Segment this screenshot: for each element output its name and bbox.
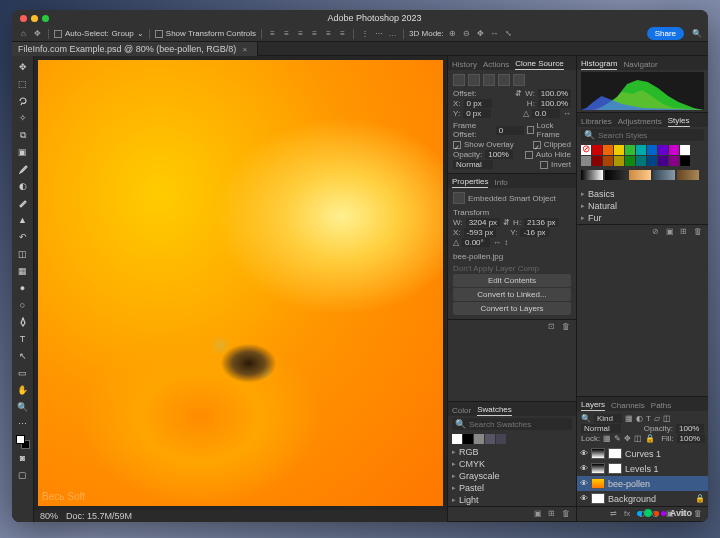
swatch-folder-light[interactable]: Light bbox=[448, 494, 576, 506]
eraser-tool-icon[interactable]: ◫ bbox=[15, 246, 31, 262]
lock-transparent-icon[interactable]: ▦ bbox=[603, 434, 611, 443]
clone-src-3-icon[interactable] bbox=[483, 74, 495, 86]
frame-tool-icon[interactable]: ▣ bbox=[15, 144, 31, 160]
visibility-icon[interactable]: 👁 bbox=[580, 479, 588, 488]
style[interactable] bbox=[680, 145, 690, 155]
prop-h-value[interactable]: 2136 px bbox=[524, 218, 558, 227]
tab-layers[interactable]: Layers bbox=[581, 400, 605, 411]
canvas[interactable]: Весь Soft bbox=[38, 60, 443, 506]
type-tool-icon[interactable]: T bbox=[15, 331, 31, 347]
tab-swatches[interactable]: Swatches bbox=[477, 405, 512, 416]
new-style-icon[interactable]: ⊞ bbox=[680, 227, 690, 237]
wand-tool-icon[interactable]: ✧ bbox=[15, 110, 31, 126]
clone-src-5-icon[interactable] bbox=[513, 74, 525, 86]
tab-info[interactable]: Info bbox=[494, 178, 507, 188]
layer-name[interactable]: bee-pollen bbox=[608, 479, 650, 489]
style[interactable] bbox=[614, 145, 624, 155]
style[interactable] bbox=[592, 145, 602, 155]
swatch-folder-pastel[interactable]: Pastel bbox=[448, 482, 576, 494]
swatch-folder-grayscale[interactable]: Grayscale bbox=[448, 470, 576, 482]
align-right-icon[interactable]: ≡ bbox=[295, 28, 306, 39]
delete-layer-icon[interactable]: 🗑 bbox=[694, 509, 704, 519]
lock-artboard-icon[interactable]: ◫ bbox=[634, 434, 642, 443]
layer-row[interactable]: 👁 Levels 1 bbox=[577, 461, 708, 476]
quick-mask-icon[interactable]: ◙ bbox=[15, 450, 31, 466]
style[interactable] bbox=[603, 156, 613, 166]
move-tool-icon[interactable]: ✥ bbox=[15, 59, 31, 75]
edit-contents-button[interactable]: Edit Contents bbox=[453, 274, 571, 287]
layer-name[interactable]: Levels 1 bbox=[625, 464, 659, 474]
orbit-icon[interactable]: ⊕ bbox=[447, 28, 458, 39]
new-swatch-icon[interactable]: ⊞ bbox=[548, 509, 558, 519]
filter-smart-icon[interactable]: ◫ bbox=[663, 414, 671, 423]
style-gradient[interactable] bbox=[605, 170, 627, 180]
swatch[interactable] bbox=[452, 434, 462, 444]
delete-icon[interactable]: 🗑 bbox=[562, 322, 572, 332]
path-tool-icon[interactable]: ↖ bbox=[15, 348, 31, 364]
layer-opacity-value[interactable]: 100% bbox=[676, 424, 704, 433]
overlay-opacity-value[interactable]: 100% bbox=[485, 150, 513, 159]
swatch[interactable] bbox=[496, 434, 506, 444]
tab-clone-source[interactable]: Clone Source bbox=[515, 59, 563, 70]
minimize-window-icon[interactable] bbox=[31, 15, 38, 22]
tab-navigator[interactable]: Navigator bbox=[623, 60, 657, 70]
style-folder-basics[interactable]: Basics bbox=[577, 188, 708, 200]
w-value[interactable]: 100.0% bbox=[538, 89, 571, 98]
style[interactable] bbox=[603, 145, 613, 155]
healing-tool-icon[interactable]: ◐ bbox=[15, 178, 31, 194]
tab-libraries[interactable]: Libraries bbox=[581, 117, 612, 127]
convert-linked-button[interactable]: Convert to Linked... bbox=[453, 288, 571, 301]
styles-search-input[interactable] bbox=[598, 131, 688, 140]
show-overlay-checkbox[interactable] bbox=[453, 141, 461, 149]
align-center-icon[interactable]: ≡ bbox=[281, 28, 292, 39]
overlay-blend-select[interactable]: Normal bbox=[453, 160, 493, 169]
layer-name[interactable]: Background bbox=[608, 494, 656, 504]
dodge-tool-icon[interactable]: ○ bbox=[15, 297, 31, 313]
fg-color-icon[interactable] bbox=[16, 435, 25, 444]
layer-kind-select[interactable]: Kind bbox=[594, 414, 622, 423]
style[interactable] bbox=[592, 156, 602, 166]
style-gradient[interactable] bbox=[629, 170, 651, 180]
swatch-folder-rgb[interactable]: RGB bbox=[448, 446, 576, 458]
lock-position-icon[interactable]: ✥ bbox=[624, 434, 631, 443]
prop-angle-value[interactable]: 0.00° bbox=[462, 238, 490, 247]
screen-mode-icon[interactable]: ▢ bbox=[15, 467, 31, 483]
move-tool-icon[interactable]: ✥ bbox=[32, 28, 43, 39]
style[interactable] bbox=[680, 156, 690, 166]
style-gradient[interactable] bbox=[677, 170, 699, 180]
prop-link-icon[interactable]: ⇵ bbox=[503, 218, 510, 227]
auto-hide-checkbox[interactable] bbox=[525, 151, 533, 159]
style[interactable] bbox=[636, 156, 646, 166]
angle-value[interactable]: 0.0 bbox=[532, 109, 560, 118]
prop-y-value[interactable]: -16 px bbox=[520, 228, 548, 237]
style-gradient[interactable] bbox=[653, 170, 675, 180]
fill-value[interactable]: 100% bbox=[677, 434, 705, 443]
marquee-tool-icon[interactable]: ⬚ bbox=[15, 76, 31, 92]
pen-tool-icon[interactable] bbox=[15, 314, 31, 330]
edit-toolbar-icon[interactable]: ⋯ bbox=[15, 416, 31, 432]
style[interactable] bbox=[625, 145, 635, 155]
layer-row[interactable]: 👁 Background 🔒 bbox=[577, 491, 708, 506]
shape-tool-icon[interactable]: ▭ bbox=[15, 365, 31, 381]
swatch[interactable] bbox=[463, 434, 473, 444]
more-options-icon[interactable]: … bbox=[387, 28, 398, 39]
filter-pixel-icon[interactable]: ▦ bbox=[625, 414, 633, 423]
style[interactable] bbox=[669, 156, 679, 166]
distribute-h-icon[interactable]: ⋮ bbox=[359, 28, 370, 39]
layer-row-selected[interactable]: 👁 bee-pollen bbox=[577, 476, 708, 491]
style-gradient[interactable] bbox=[581, 170, 603, 180]
swatch-search[interactable]: 🔍 bbox=[452, 418, 572, 430]
embed-icon[interactable]: ⊡ bbox=[548, 322, 558, 332]
align-middle-icon[interactable]: ≡ bbox=[323, 28, 334, 39]
pan-icon[interactable]: ✥ bbox=[475, 28, 486, 39]
tab-histogram[interactable]: Histogram bbox=[581, 59, 617, 70]
tab-color[interactable]: Color bbox=[452, 406, 471, 416]
style[interactable] bbox=[614, 156, 624, 166]
swatch[interactable] bbox=[485, 434, 495, 444]
flip-h-icon[interactable]: ↔ bbox=[563, 109, 571, 118]
close-tab-icon[interactable]: × bbox=[242, 45, 247, 54]
eyedropper-tool-icon[interactable] bbox=[15, 161, 31, 177]
tab-adjustments[interactable]: Adjustments bbox=[618, 117, 662, 127]
prop-x-value[interactable]: -593 px bbox=[464, 228, 497, 237]
tab-actions[interactable]: Actions bbox=[483, 60, 509, 70]
